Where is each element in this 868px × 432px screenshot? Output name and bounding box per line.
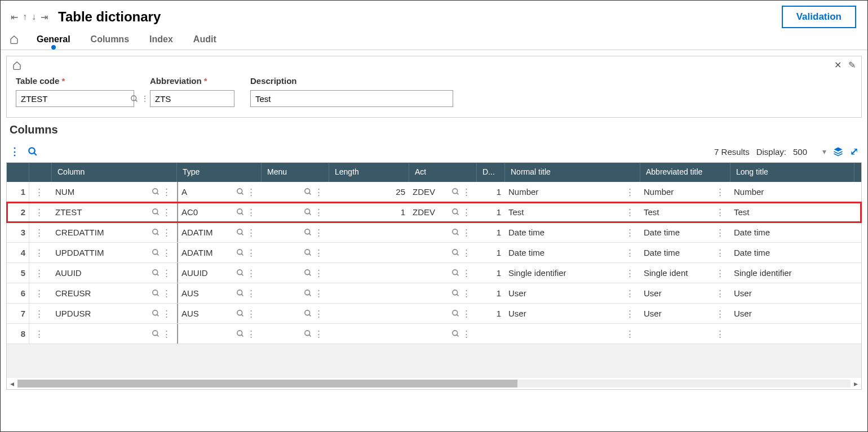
search-icon[interactable] (451, 208, 460, 216)
search-icon[interactable] (304, 228, 312, 237)
cell-d[interactable]: 1 (497, 268, 501, 278)
row-menu-icon[interactable]: ⋮ (35, 228, 43, 238)
expand-icon[interactable]: ⤢ (850, 145, 858, 158)
cell-length[interactable]: 25 (396, 187, 405, 197)
table-row[interactable]: 6⋮CREUSR⋮AUS⋮⋮⋮1User⋮User⋮User (7, 283, 861, 304)
row-menu-icon[interactable]: ⋮ (35, 288, 43, 299)
more-icon[interactable]: ⋮ (462, 309, 471, 319)
header-type[interactable]: Type (177, 163, 262, 182)
tab-audit[interactable]: Audit (191, 30, 219, 49)
more-icon[interactable]: ⋮ (626, 228, 634, 238)
more-icon[interactable]: ⋮ (162, 268, 171, 278)
cell-d[interactable]: 1 (497, 228, 501, 237)
search-icon[interactable] (304, 329, 312, 338)
cell-normal-title[interactable]: Number (508, 187, 623, 197)
row-menu-icon[interactable]: ⋮ (35, 248, 43, 258)
more-icon[interactable]: ⋮ (462, 207, 471, 217)
more-icon[interactable]: ⋮ (247, 288, 255, 299)
header-column[interactable]: Column (52, 163, 177, 182)
header-long-title[interactable]: Long title (730, 163, 854, 182)
header-normal-title[interactable]: Normal title (505, 163, 640, 182)
cell-d[interactable]: 1 (497, 248, 501, 257)
search-icon[interactable] (304, 309, 312, 318)
more-icon[interactable]: ⋮ (626, 187, 634, 197)
search-icon[interactable] (152, 329, 160, 338)
cell-abbr-title[interactable]: Date time (644, 228, 714, 237)
more-icon[interactable]: ⋮ (315, 329, 323, 339)
row-menu-icon[interactable]: ⋮ (35, 187, 43, 197)
cell-column[interactable]: UPDDATTIM (55, 248, 152, 257)
cell-normal-title[interactable]: User (508, 309, 623, 318)
more-icon[interactable]: ⋮ (315, 187, 323, 197)
cell-d[interactable]: 1 (497, 288, 501, 298)
tab-general[interactable]: General (34, 30, 73, 49)
more-icon[interactable]: ⋮ (247, 329, 255, 339)
more-icon[interactable]: ⋮ (716, 309, 724, 319)
more-icon[interactable]: ⋮ (462, 248, 471, 258)
more-icon[interactable]: ⋮ (462, 228, 471, 238)
search-icon[interactable] (152, 248, 160, 257)
search-icon[interactable] (152, 309, 160, 318)
more-icon[interactable]: ⋮ (716, 268, 724, 278)
cell-type[interactable]: AUS (181, 309, 236, 318)
more-icon[interactable]: ⋮ (716, 228, 724, 238)
tools-icon[interactable]: ✕ (834, 60, 842, 70)
tab-index[interactable]: Index (147, 30, 175, 49)
more-icon[interactable]: ⋮ (626, 248, 634, 258)
search-icon[interactable] (451, 289, 460, 297)
cell-long-title[interactable]: User (734, 288, 851, 298)
cell-d[interactable]: 1 (497, 207, 501, 217)
cell-column[interactable]: NUM (55, 187, 152, 197)
table-row[interactable]: 8⋮⋮⋮⋮⋮⋮⋮ (7, 324, 861, 344)
table-row[interactable]: 5⋮AUUID⋮AUUID⋮⋮⋮1Single identifier⋮Singl… (7, 263, 861, 283)
header-abbr-title[interactable]: Abbreviated title (640, 163, 730, 182)
cell-column[interactable]: CREDATTIM (55, 228, 152, 237)
cell-normal-title[interactable]: Test (508, 207, 623, 217)
more-icon[interactable]: ⋮ (462, 329, 471, 339)
cell-long-title[interactable]: User (734, 309, 851, 318)
search-icon[interactable] (236, 188, 245, 196)
search-icon[interactable] (236, 309, 245, 318)
more-icon[interactable]: ⋮ (626, 329, 634, 339)
search-icon[interactable] (304, 248, 312, 257)
search-icon[interactable] (236, 269, 245, 277)
cell-type[interactable]: ADATIM (181, 228, 236, 237)
search-icon[interactable] (451, 228, 460, 237)
more-icon[interactable]: ⋮ (716, 207, 724, 217)
search-icon[interactable] (451, 188, 460, 196)
more-icon[interactable]: ⋮ (162, 309, 171, 319)
cell-long-title[interactable]: Test (734, 207, 851, 217)
more-icon[interactable]: ⋮ (247, 248, 255, 258)
header-length[interactable]: Length (329, 163, 409, 182)
cell-type[interactable]: A (181, 187, 236, 197)
cell-column[interactable]: AUUID (55, 268, 152, 278)
cell-type[interactable]: AUS (181, 288, 236, 298)
more-icon[interactable]: ⋮ (162, 187, 171, 197)
cell-abbr-title[interactable]: User (644, 309, 714, 318)
cell-abbr-title[interactable]: Test (644, 207, 714, 217)
scroll-right-icon[interactable]: ▸ (854, 379, 858, 388)
description-input[interactable] (255, 94, 450, 104)
grid-menu-icon[interactable]: ⋮ (10, 145, 20, 158)
more-icon[interactable]: ⋮ (626, 309, 634, 319)
horizontal-scrollbar[interactable]: ◂ ▸ (7, 378, 861, 389)
header-menu[interactable]: Menu (262, 163, 329, 182)
cell-normal-title[interactable]: User (508, 288, 623, 298)
cell-d[interactable]: 1 (497, 309, 501, 318)
more-icon[interactable]: ⋮ (462, 187, 471, 197)
cell-act[interactable]: ZDEV (413, 207, 451, 217)
more-icon[interactable]: ⋮ (315, 309, 323, 319)
search-icon[interactable] (152, 228, 160, 237)
more-icon[interactable]: ⋮ (716, 187, 724, 197)
search-icon[interactable] (304, 269, 312, 277)
more-icon[interactable]: ⋮ (315, 207, 323, 217)
cell-normal-title[interactable]: Single identifier (508, 268, 623, 278)
abbreviation-input[interactable] (155, 94, 262, 104)
cell-normal-title[interactable]: Date time (508, 228, 623, 237)
tab-columns[interactable]: Columns (88, 30, 131, 49)
table-row[interactable]: 4⋮UPDDATTIM⋮ADATIM⋮⋮⋮1Date time⋮Date tim… (7, 243, 861, 263)
table-row[interactable]: 7⋮UPDUSR⋮AUS⋮⋮⋮1User⋮User⋮User (7, 304, 861, 324)
row-menu-icon[interactable]: ⋮ (35, 268, 43, 278)
cell-length[interactable]: 1 (401, 207, 405, 217)
more-icon[interactable]: ⋮ (162, 329, 171, 339)
